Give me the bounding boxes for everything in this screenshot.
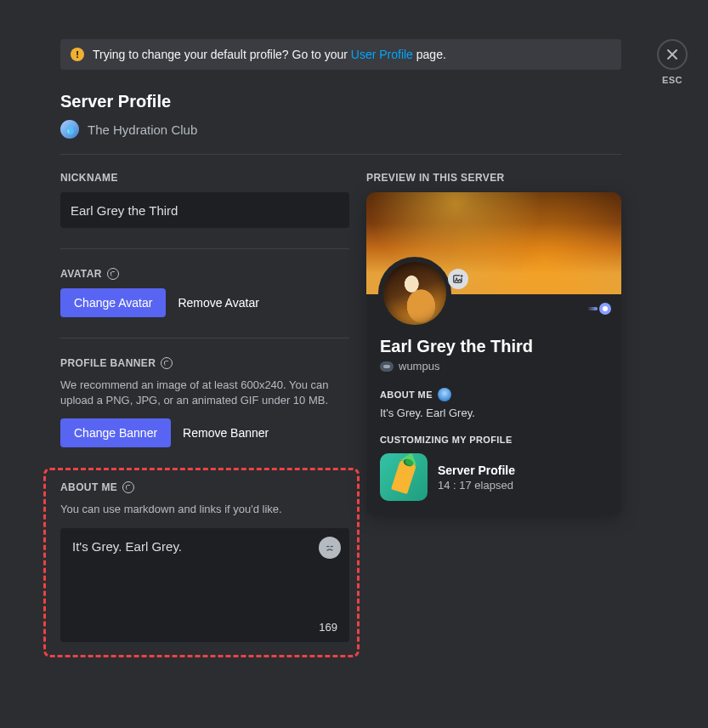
close-button[interactable] [657, 39, 688, 70]
preview-display-name: Earl Grey the Third [380, 337, 608, 356]
svg-point-0 [323, 540, 337, 555]
activity-time: 14 : 17 elapsed [438, 479, 515, 492]
reset-icon [122, 481, 134, 493]
preview-username-row: wumpus [380, 360, 608, 373]
divider [60, 248, 349, 249]
about-label: ABOUT ME [60, 481, 343, 493]
reset-icon [107, 268, 119, 280]
pencil-icon [391, 460, 416, 494]
about-help: You can use markdown and links if you'd … [60, 502, 343, 517]
emoji-picker-button[interactable] [319, 537, 341, 559]
preview-about-label: ABOUT ME [380, 388, 608, 401]
server-name: The Hydration Club [88, 122, 197, 137]
banner-help: We recommend an image of at least 600x24… [60, 378, 349, 408]
activity-title: Server Profile [438, 464, 515, 477]
nickname-section: NICKNAME [60, 172, 349, 228]
banner-section: PROFILE BANNER We recommend an image of … [60, 357, 349, 447]
server-icon: 💧 [60, 120, 79, 139]
close-icon [666, 48, 679, 61]
avatar-section: AVATAR Change Avatar Remove Avatar [60, 268, 349, 317]
preview-avatar[interactable] [383, 262, 446, 325]
notice-bar: ! Trying to change your default profile?… [60, 39, 621, 70]
preview-banner[interactable] [366, 192, 621, 294]
droplet-icon [438, 388, 451, 401]
about-input-wrap: 169 [60, 528, 349, 642]
bot-tag-icon [380, 361, 394, 372]
page-title: Server Profile [60, 92, 621, 111]
user-profile-link[interactable]: User Profile [351, 48, 413, 61]
reset-icon [161, 357, 173, 369]
emoji-face-icon [322, 540, 337, 555]
divider [60, 338, 349, 338]
warning-icon: ! [71, 48, 84, 61]
server-identifier: 💧 The Hydration Club [60, 120, 621, 139]
nickname-label: NICKNAME [60, 172, 349, 184]
about-me-section: ABOUT ME You can use markdown and links … [43, 468, 360, 657]
remove-avatar-button[interactable]: Remove Avatar [178, 288, 258, 317]
about-textarea[interactable] [60, 528, 349, 642]
close-control: ESC [657, 39, 688, 85]
banner-label: PROFILE BANNER [60, 357, 349, 369]
close-label: ESC [662, 75, 683, 85]
preview-activity-label: CUSTOMIZING MY PROFILE [380, 435, 608, 445]
nickname-input[interactable] [60, 192, 349, 228]
char-count: 169 [319, 621, 337, 634]
upload-image-icon [452, 273, 464, 285]
preview-username: wumpus [399, 360, 439, 373]
remove-banner-button[interactable]: Remove Banner [183, 418, 269, 447]
avatar-label: AVATAR [60, 268, 349, 280]
preview-avatar-container [378, 257, 451, 330]
preview-label: PREVIEW IN THIS SERVER [366, 172, 621, 184]
upload-avatar-chip[interactable] [448, 269, 468, 289]
profile-preview-card: Earl Grey the Third wumpus ABOUT ME It's… [366, 192, 621, 516]
preview-activity: Server Profile 14 : 17 elapsed [380, 453, 608, 501]
divider [60, 154, 621, 155]
change-avatar-button[interactable]: Change Avatar [60, 288, 166, 317]
change-banner-button[interactable]: Change Banner [60, 418, 171, 447]
activity-icon [380, 453, 428, 501]
notice-text: Trying to change your default profile? G… [93, 48, 446, 61]
preview-about-text: It's Grey. Earl Grey. [380, 407, 608, 419]
